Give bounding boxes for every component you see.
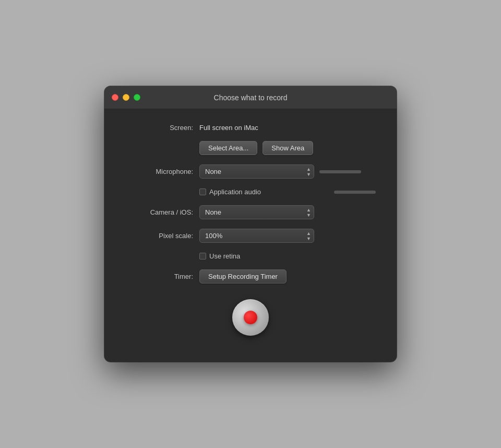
app-audio-checkbox[interactable]: [199, 188, 206, 195]
close-button[interactable]: [112, 94, 118, 101]
microphone-volume-slider[interactable]: [319, 170, 361, 173]
camera-select[interactable]: None: [199, 205, 314, 219]
app-audio-label: Application audio: [209, 188, 261, 196]
app-audio-row: Application audio: [199, 188, 376, 196]
titlebar: Choose what to record: [104, 86, 397, 109]
microphone-row: Microphone: None Built-in Microphone ▲ ▼: [125, 164, 376, 179]
camera-select-wrapper: None ▲ ▼: [199, 205, 314, 219]
microphone-select[interactable]: None Built-in Microphone: [199, 164, 314, 179]
area-buttons: Select Area... Show Area: [199, 141, 376, 155]
main-window: Choose what to record Screen: Full scree…: [104, 86, 397, 362]
retina-row: Use retina: [199, 252, 376, 260]
timer-row: Timer: Setup Recording Timer: [125, 269, 376, 284]
window-title: Choose what to record: [214, 93, 288, 102]
show-area-button[interactable]: Show Area: [263, 141, 313, 155]
select-area-button[interactable]: Select Area...: [199, 141, 257, 155]
record-button-container: [125, 299, 376, 336]
record-button[interactable]: [232, 299, 269, 336]
screen-value: Full screen on iMac: [199, 124, 258, 132]
retina-label: Use retina: [209, 252, 240, 260]
minimize-button[interactable]: [123, 94, 129, 101]
timer-label: Timer:: [125, 273, 193, 280]
pixel-scale-select[interactable]: 100% 200%: [199, 229, 314, 243]
microphone-label: Microphone:: [125, 168, 193, 175]
pixel-scale-label: Pixel scale:: [125, 232, 193, 240]
pixel-scale-row: Pixel scale: 100% 200% ▲ ▼: [125, 229, 376, 243]
traffic-lights: [112, 94, 140, 101]
camera-label: Camera / iOS:: [125, 208, 193, 216]
microphone-select-wrapper: None Built-in Microphone ▲ ▼: [199, 164, 314, 179]
screen-label: Screen:: [125, 124, 193, 132]
screen-row: Screen: Full screen on iMac: [125, 124, 376, 132]
content-area: Screen: Full screen on iMac Select Area.…: [104, 109, 397, 362]
setup-timer-button[interactable]: Setup Recording Timer: [199, 269, 287, 284]
microphone-volume-wrapper: [319, 170, 361, 173]
camera-row: Camera / iOS: None ▲ ▼: [125, 205, 376, 219]
maximize-button[interactable]: [134, 94, 140, 101]
record-dot: [244, 311, 257, 324]
retina-checkbox[interactable]: [199, 253, 206, 260]
app-audio-volume-slider[interactable]: [334, 191, 376, 194]
pixel-scale-select-wrapper: 100% 200% ▲ ▼: [199, 229, 314, 243]
